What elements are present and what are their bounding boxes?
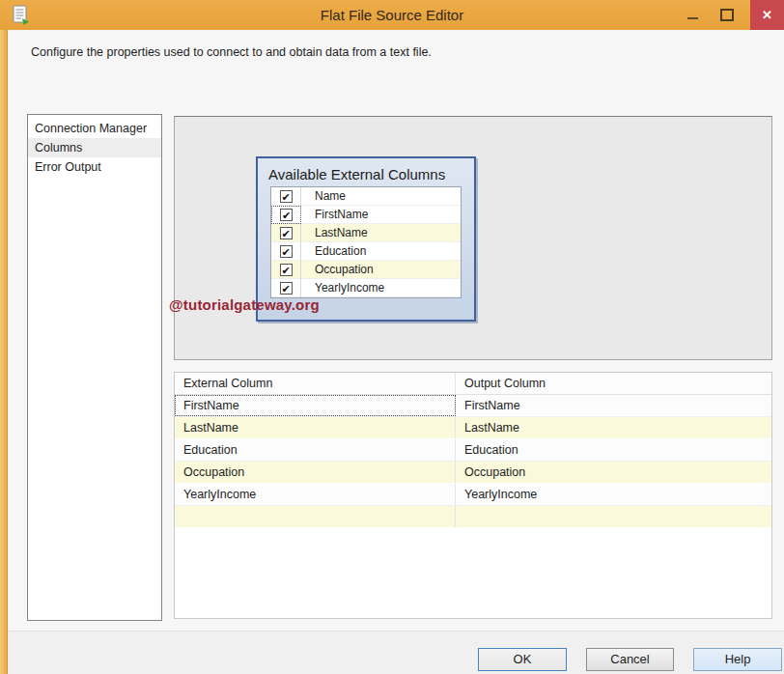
external-column-cell[interactable]: YearlyIncome — [175, 484, 456, 505]
external-columns-list: ✔Name✔FirstName✔LastName✔Education✔Occup… — [270, 186, 462, 298]
column-name-label: FirstName — [301, 208, 368, 221]
help-button[interactable]: Help — [693, 648, 782, 671]
output-column-cell[interactable]: LastName — [456, 417, 771, 438]
minimize-button[interactable] — [678, 0, 707, 30]
checkbox-checked-icon[interactable]: ✔ — [280, 245, 293, 258]
external-column-row: ✔Name — [271, 187, 461, 206]
dialog-description: Configure the properties used to connect… — [31, 45, 432, 59]
checkbox-checked-icon[interactable]: ✔ — [280, 264, 293, 276]
external-column-cell[interactable] — [175, 506, 456, 527]
mapping-table-header: External Column Output Column — [175, 373, 771, 395]
cancel-button[interactable]: Cancel — [586, 648, 674, 671]
checkbox-checked-icon[interactable]: ✔ — [280, 190, 293, 203]
checkbox-cell[interactable]: ✔ — [271, 242, 301, 261]
sidebar-list: Connection ManagerColumnsError Output — [27, 114, 162, 621]
checkbox-checked-icon[interactable]: ✔ — [280, 227, 293, 239]
external-column-row: ✔FirstName — [271, 206, 461, 224]
output-column-cell[interactable]: Occupation — [456, 462, 771, 483]
column-name-label: Education — [301, 244, 366, 258]
mapping-table-row — [175, 506, 771, 528]
close-icon: ✕ — [762, 8, 772, 22]
titlebar: Flat File Source Editor ✕ — [0, 0, 784, 30]
watermark-text: @tutorialgateway.org — [169, 296, 320, 313]
external-column-cell[interactable]: Education — [175, 439, 456, 461]
mapping-table-body: FirstNameFirstNameLastNameLastNameEducat… — [175, 395, 771, 528]
checkbox-cell[interactable]: ✔ — [271, 187, 301, 206]
window-title: Flat File Source Editor — [0, 0, 784, 30]
checkbox-checked-icon[interactable]: ✔ — [280, 209, 293, 221]
sidebar-item-error-output[interactable]: Error Output — [28, 157, 161, 177]
available-external-columns-title: Available External Columns — [268, 166, 445, 183]
mapping-table-row: LastNameLastName — [175, 417, 771, 439]
column-name-label: YearlyIncome — [301, 281, 384, 295]
external-column-row: ✔LastName — [271, 224, 461, 242]
mapping-table-row: OccupationOccupation — [175, 462, 771, 484]
output-column-header: Output Column — [456, 373, 771, 394]
sidebar-item-connection-manager[interactable]: Connection Manager — [28, 119, 161, 138]
checkbox-cell[interactable]: ✔ — [271, 261, 301, 279]
mapping-table-row: YearlyIncomeYearlyIncome — [175, 484, 771, 506]
flat-file-source-editor-dialog: Flat File Source Editor ✕ Configure the … — [0, 0, 784, 674]
output-column-cell[interactable]: YearlyIncome — [456, 484, 771, 505]
external-column-row: ✔Occupation — [271, 261, 461, 279]
external-column-cell[interactable]: LastName — [175, 417, 456, 438]
mapping-table-row: FirstNameFirstName — [175, 395, 771, 417]
column-mapping-table: External Column Output Column FirstNameF… — [174, 372, 772, 619]
maximize-icon — [720, 9, 734, 21]
column-name-label: Name — [301, 189, 346, 203]
checkbox-checked-icon[interactable]: ✔ — [280, 282, 293, 295]
external-column-cell[interactable]: Occupation — [175, 462, 456, 483]
minimize-icon — [687, 17, 698, 19]
maximize-button[interactable] — [713, 0, 742, 30]
checkbox-cell[interactable]: ✔ — [271, 279, 301, 297]
window-left-border — [0, 0, 8, 674]
external-column-row: ✔YearlyIncome — [271, 279, 461, 297]
sidebar-item-columns[interactable]: Columns — [28, 138, 161, 157]
column-name-label: Occupation — [301, 263, 374, 276]
external-column-row: ✔Education — [271, 242, 461, 261]
close-button[interactable]: ✕ — [750, 0, 784, 30]
checkbox-cell[interactable]: ✔ — [271, 224, 301, 242]
output-column-cell[interactable]: FirstName — [456, 395, 771, 416]
output-column-cell[interactable] — [456, 506, 771, 527]
external-column-header: External Column — [175, 373, 456, 394]
external-column-cell[interactable]: FirstName — [175, 395, 456, 416]
ok-button[interactable]: OK — [478, 648, 567, 671]
mapping-table-row: EducationEducation — [175, 439, 771, 462]
checkbox-cell[interactable]: ✔ — [271, 206, 301, 224]
column-name-label: LastName — [301, 226, 368, 239]
output-column-cell[interactable]: Education — [456, 439, 771, 461]
